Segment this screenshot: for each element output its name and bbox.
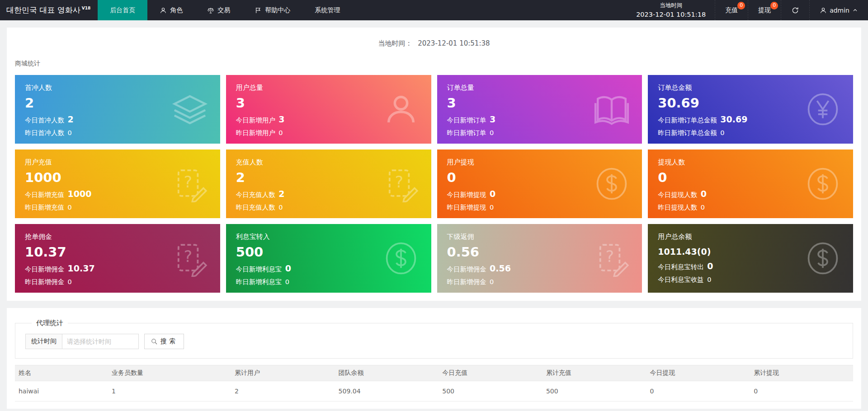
- card-yesterday-line: 昨日新增用户 0: [236, 129, 421, 138]
- main-nav: 后台首页 角色 交易 帮助中心 系统管理: [98, 0, 352, 20]
- recharge-badge: 0: [737, 2, 745, 9]
- book-icon: [593, 90, 630, 129]
- table-cell: 500: [542, 381, 646, 402]
- card-yesterday-line: 昨日新增佣金 0: [447, 278, 632, 287]
- nav-item-help-center[interactable]: 帮助中心: [242, 0, 302, 20]
- nav-item-system[interactable]: 系统管理: [302, 0, 352, 20]
- table-cell: 500: [438, 381, 542, 402]
- local-time-label: 当地时间: [660, 1, 682, 9]
- table-header-cell: 业务员数量: [107, 365, 230, 381]
- card-yesterday-line: 昨日新增充值 0: [25, 203, 210, 212]
- user-menu[interactable]: admin: [809, 0, 868, 20]
- card-yesterday-line: 昨日新增佣金 0: [25, 278, 210, 287]
- card-yesterday-line: 昨日提现人数 0: [658, 203, 843, 212]
- page-time-value: 2023-12-01 10:51:38: [418, 39, 490, 47]
- table-cell: 509.04: [334, 381, 438, 402]
- dollar-icon: [593, 164, 630, 203]
- refresh-icon: [791, 6, 799, 14]
- topbar-local-time: 当地时间 2023-12-01 10:51:18: [627, 0, 715, 20]
- user-icon: [820, 7, 827, 14]
- stat-time-label: 统计时间: [26, 334, 62, 349]
- card-yesterday-line: 昨日新增利息宝 0: [236, 278, 421, 287]
- table-body: haiwai12509.0450050000: [15, 381, 853, 402]
- edit-icon: [171, 164, 208, 203]
- edit-icon: [382, 164, 420, 203]
- scales-icon: [207, 7, 214, 14]
- app-logo-text: 대한민국 대표 영화사: [6, 5, 80, 15]
- user-icon: [382, 90, 420, 129]
- agent-stats-legend: 代理统计: [32, 319, 68, 327]
- app-logo: 대한민국 대표 영화사 V18: [0, 0, 98, 20]
- withdraw-button[interactable]: 提现 0: [748, 0, 781, 20]
- table-cell: 2: [230, 381, 334, 402]
- table-header-cell: 累计充值: [542, 365, 646, 381]
- topbar: 대한민국 대표 영화사 V18 后台首页 角色 交易 帮助中心 系统管理 当地时…: [0, 0, 868, 20]
- card-yesterday-line: 昨日新增订单总金额 0: [658, 129, 843, 138]
- dollar-icon: [804, 239, 841, 278]
- card-yesterday-line: 昨日新增订单 0: [447, 129, 632, 138]
- card-yesterday-line: 昨日充值人数 0: [236, 203, 421, 212]
- table-header-cell: 累计用户: [230, 365, 334, 381]
- page-local-time: 当地时间： 2023-12-01 10:51:38: [15, 28, 853, 48]
- table-header-cell: 今日充值: [438, 365, 542, 381]
- table-header-cell: 团队余额: [334, 365, 438, 381]
- section-title: 商城统计: [15, 60, 853, 68]
- stat-time-filter: 统计时间: [25, 334, 139, 349]
- stat-card-user-total-balance: 用户总余额1011.43(0)今日利息宝转出 0今日利息宝收益 0: [648, 224, 853, 293]
- withdraw-badge: 0: [770, 2, 778, 9]
- stat-card-order-total-amount: 订单总金额30.69今日新增订单总金额 30.69昨日新增订单总金额 0: [648, 75, 853, 144]
- agent-filter-row: 统计时间 搜索: [25, 334, 843, 349]
- app-logo-version: V18: [82, 6, 91, 10]
- recharge-button[interactable]: 充值 0: [715, 0, 748, 20]
- dollar-icon: [382, 239, 420, 278]
- stat-card-user-recharge: 用户充值1000今日新增充值 1000昨日新增充值 0: [15, 149, 220, 218]
- user-icon: [160, 7, 167, 14]
- stat-card-recharge-users: 充值人数2今日充值人数 2昨日充值人数 0: [226, 149, 431, 218]
- table-cell: haiwai: [15, 381, 107, 402]
- edit-icon: [171, 239, 208, 278]
- user-name: admin: [830, 7, 849, 14]
- chevron-up-icon: [852, 7, 858, 13]
- stat-card-withdraw-users: 提现人数0今日提现人数 0昨日提现人数 0: [648, 149, 853, 218]
- table-header-row: 姓名业务员数量累计用户团队余额今日充值累计充值今日提现累计提现: [15, 365, 853, 381]
- stat-card-interest-transfer-in: 利息宝转入500今日新增利息宝 0昨日新增利息宝 0: [226, 224, 431, 293]
- stat-card-total-orders: 订单总量3今日新增订单 3昨日新增订单 0: [437, 75, 642, 144]
- table-header-cell: 姓名: [15, 365, 107, 381]
- search-button[interactable]: 搜索: [144, 334, 184, 349]
- stats-cards: 首冲人数2今日首冲人数 2昨日首冲人数 0用户总量3今日新增用户 3昨日新增用户…: [15, 75, 853, 293]
- table-cell: 1: [107, 381, 230, 402]
- mall-stats-panel: 当地时间： 2023-12-01 10:51:38 商城统计 首冲人数2今日首冲…: [7, 28, 861, 301]
- topbar-right: 当地时间 2023-12-01 10:51:18 充值 0 提现 0 admin: [627, 0, 868, 20]
- table-header-cell: 累计提现: [749, 365, 853, 381]
- search-icon: [151, 338, 158, 345]
- local-time-value: 2023-12-01 10:51:18: [636, 9, 706, 19]
- table-cell: 0: [749, 381, 853, 402]
- stat-card-order-commission: 抢单佣金10.37今日新增佣金 10.37昨日新增佣金 0: [15, 224, 220, 293]
- table-header-cell: 今日提现: [646, 365, 750, 381]
- edit-icon: [593, 239, 630, 278]
- table-cell: 0: [646, 381, 750, 402]
- nav-item-trade[interactable]: 交易: [195, 0, 242, 20]
- stat-card-first-recharge-users: 首冲人数2今日首冲人数 2昨日首冲人数 0: [15, 75, 220, 144]
- agent-stats-fieldset: 代理统计 统计时间 搜索: [15, 319, 853, 359]
- stat-time-input[interactable]: [62, 334, 138, 349]
- stat-card-sub-commission: 下级返佣0.56今日新增佣金 0.56昨日新增佣金 0: [437, 224, 642, 293]
- stat-card-total-users: 用户总量3今日新增用户 3昨日新增用户 0: [226, 75, 431, 144]
- agent-table: 姓名业务员数量累计用户团队余额今日充值累计充值今日提现累计提现 haiwai12…: [15, 365, 853, 402]
- yen-icon: [804, 90, 841, 129]
- nav-item-dashboard[interactable]: 后台首页: [98, 0, 147, 20]
- flag-icon: [255, 7, 262, 14]
- page-time-label: 当地时间：: [378, 39, 412, 47]
- table-row: haiwai12509.0450050000: [15, 381, 853, 402]
- stat-card-user-withdraw: 用户提现0今日新增提现 0昨日新增提现 0: [437, 149, 642, 218]
- layers-icon: [171, 90, 208, 129]
- dollar-icon: [804, 164, 841, 203]
- card-yesterday-line: 昨日新增提现 0: [447, 203, 632, 212]
- refresh-button[interactable]: [781, 0, 809, 20]
- agent-stats-panel: 代理统计 统计时间 搜索 姓名业务员数量累计用户团队余额今日充值累计充值今日提现…: [7, 308, 861, 409]
- nav-item-roles[interactable]: 角色: [147, 0, 195, 20]
- card-yesterday-line: 昨日首冲人数 0: [25, 129, 210, 138]
